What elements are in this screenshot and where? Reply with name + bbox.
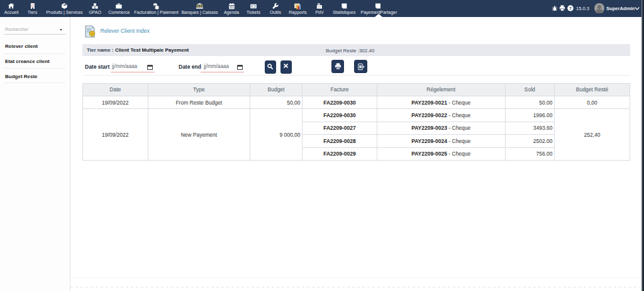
svg-text:?: ? bbox=[569, 6, 572, 11]
